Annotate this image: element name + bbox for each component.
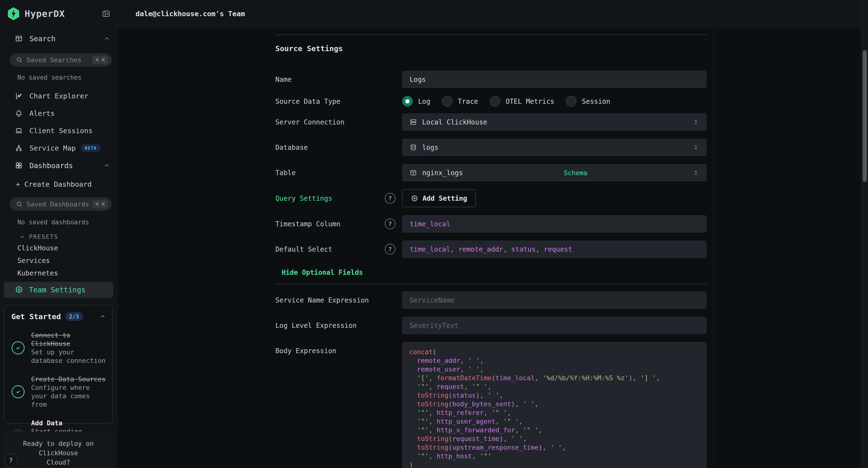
- preset-item-kubernetes[interactable]: Kubernetes: [0, 267, 117, 280]
- sidebar-item-team-settings[interactable]: Team Settings: [4, 282, 113, 298]
- step-desc: Configure where your data comes from: [31, 383, 106, 409]
- radio-otel-metrics-label[interactable]: OTEL Metrics: [506, 97, 554, 106]
- name-value: Logs: [410, 76, 426, 84]
- step-desc: Set up your database connection: [31, 348, 106, 365]
- body-expression-editor[interactable]: concat( remote_addr, ' ', remote_user, '…: [402, 342, 707, 468]
- vertical-scrollbar[interactable]: [861, 0, 868, 468]
- sidebar: HyperDX Search Saved Searches ⌘ K No sav…: [0, 0, 117, 468]
- sidebar-item-label: Chart Explorer: [29, 92, 88, 100]
- radio-session[interactable]: [566, 96, 577, 107]
- service-name-input[interactable]: ServiceName: [402, 291, 707, 309]
- laptop-icon: [15, 127, 23, 135]
- source-data-type-label: Source Data Type: [275, 96, 402, 107]
- help-button[interactable]: ?: [4, 454, 18, 468]
- radio-otel-metrics[interactable]: [490, 96, 500, 107]
- log-level-placeholder: SeverityText: [410, 322, 458, 329]
- no-saved-searches-note: No saved searches: [18, 74, 117, 81]
- source-settings-form: Source Settings Name Logs Source Data Ty…: [275, 28, 707, 468]
- database-select[interactable]: logs: [402, 139, 707, 156]
- query-settings-label: Query Settings ?: [275, 193, 402, 204]
- table-label: Table: [275, 168, 402, 178]
- get-started-card: Get Started 2/3 Connect to ClickHouse Se…: [4, 305, 113, 423]
- default-select-input[interactable]: time_local, remote_addr, status, request: [402, 240, 707, 258]
- source-data-type-row: Source Data Type Log Trace OTEL Metrics …: [275, 96, 707, 107]
- query-settings-row: Query Settings ? Add Setting: [275, 189, 707, 207]
- server-icon: [410, 118, 417, 126]
- beta-badge: BETA: [81, 144, 100, 152]
- sidebar-item-alerts[interactable]: Alerts: [0, 105, 117, 122]
- create-dashboard-button[interactable]: + Create Dashboard: [0, 176, 117, 193]
- select-chevrons-icon: [693, 144, 699, 150]
- chevron-up-icon[interactable]: [104, 163, 110, 169]
- sidebar-item-chart-explorer[interactable]: Chart Explorer: [0, 87, 117, 105]
- saved-dashboards-input[interactable]: Saved Dashboards ⌘ K: [10, 197, 112, 211]
- body-expression-label: Body Expression: [275, 342, 402, 355]
- saved-searches-placeholder: Saved Searches: [27, 56, 82, 64]
- chevron-up-icon[interactable]: [104, 35, 110, 42]
- radio-trace-label[interactable]: Trace: [458, 97, 478, 106]
- main-area: Source Settings Name Logs Source Data Ty…: [118, 28, 868, 468]
- logo-row: HyperDX: [0, 0, 117, 21]
- sidebar-item-label: Service Map: [29, 144, 76, 152]
- sidebar-item-client-sessions[interactable]: Client Sessions: [0, 122, 117, 140]
- circle-plus-icon: [411, 195, 418, 202]
- log-level-input[interactable]: SeverityText: [402, 317, 707, 334]
- get-started-item-connect[interactable]: Connect to ClickHouse Set up your databa…: [11, 331, 106, 365]
- help-icon[interactable]: ?: [385, 244, 396, 255]
- presets-toggle[interactable]: PRESETS: [19, 232, 117, 242]
- cloud-promo-card: Ready to deploy on ClickHouse Cloud? Get…: [4, 432, 113, 468]
- radio-log-label[interactable]: Log: [418, 97, 430, 106]
- shortcut-badge: ⌘ K: [92, 200, 108, 208]
- add-setting-label: Add Setting: [423, 195, 467, 202]
- help-icon[interactable]: ?: [385, 218, 396, 229]
- get-started-item-sources[interactable]: Create Data Sources Configure where your…: [11, 375, 106, 409]
- saved-searches-input[interactable]: Saved Searches ⌘ K: [10, 53, 112, 66]
- sidebar-item-label: Client Sessions: [29, 127, 93, 135]
- help-icon[interactable]: ?: [385, 193, 396, 204]
- sidebar-collapse-icon[interactable]: [102, 9, 111, 18]
- preset-item-clickhouse[interactable]: ClickHouse: [0, 242, 117, 254]
- sidebar-section-dashboards[interactable]: Dashboards: [0, 157, 117, 174]
- table-select[interactable]: nginx_logs Schema: [402, 164, 707, 181]
- default-select-value: time_local, remote_addr, status, request: [410, 245, 572, 253]
- service-name-label: Service Name Expression: [275, 295, 402, 305]
- server-connection-value: Local ClickHouse: [422, 118, 487, 126]
- section-divider: [275, 34, 707, 35]
- search-section-icon: [15, 35, 23, 42]
- cloud-promo-text-line1: Ready to deploy on ClickHouse: [4, 439, 113, 458]
- select-chevrons-icon: [693, 170, 699, 176]
- sidebar-section-search[interactable]: Search: [0, 31, 117, 46]
- get-started-header[interactable]: Get Started 2/3: [11, 312, 106, 321]
- table-value: nginx_logs: [422, 169, 463, 177]
- add-setting-button[interactable]: Add Setting: [402, 189, 476, 207]
- search-icon: [16, 201, 23, 207]
- name-input[interactable]: Logs: [402, 71, 707, 88]
- table-row: Table nginx_logs Schema: [275, 164, 707, 181]
- chart-icon: [15, 92, 23, 100]
- body-expression-row: Body Expression concat( remote_addr, ' '…: [275, 342, 707, 468]
- select-chevrons-icon: [693, 119, 699, 125]
- radio-trace[interactable]: [442, 96, 453, 107]
- radio-log[interactable]: [402, 96, 413, 107]
- scrollbar-thumb[interactable]: [863, 50, 867, 182]
- team-title: dale@clickhouse.com's Team: [118, 0, 868, 18]
- schema-link[interactable]: Schema: [564, 169, 588, 177]
- page-title: Source Settings: [275, 44, 707, 53]
- server-connection-select[interactable]: Local ClickHouse: [402, 113, 707, 131]
- timestamp-column-input[interactable]: time_local: [402, 215, 707, 233]
- radio-session-label[interactable]: Session: [582, 97, 610, 106]
- default-select-label-text: Default Select: [275, 245, 332, 253]
- sidebar-item-service-map[interactable]: Service Map BETA: [0, 140, 117, 157]
- saved-dashboards-placeholder: Saved Dashboards: [27, 201, 89, 208]
- team-settings-label: Team Settings: [29, 286, 86, 294]
- preset-item-services[interactable]: Services: [0, 254, 117, 267]
- chevron-up-icon[interactable]: [100, 313, 106, 320]
- optional-fields-divider: [275, 284, 707, 284]
- timestamp-column-row: Timestamp Column ? time_local: [275, 215, 707, 233]
- name-row: Name Logs: [275, 71, 707, 88]
- cloud-promo-text-line2: Cloud?: [4, 458, 113, 467]
- service-name-row: Service Name Expression ServiceName: [275, 291, 707, 309]
- default-select-label: Default Select ?: [275, 244, 402, 255]
- hide-optional-fields-link[interactable]: Hide Optional Fields: [282, 268, 363, 276]
- log-level-label: Log Level Expression: [275, 320, 402, 331]
